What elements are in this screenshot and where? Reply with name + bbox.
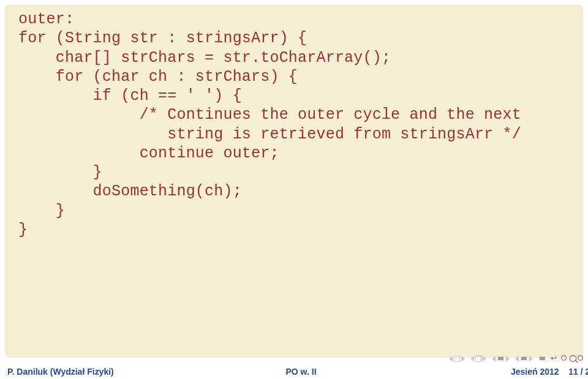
code-line: }	[18, 221, 28, 239]
code-line: string is retrieved from stringsArr */	[18, 126, 521, 143]
code-block: outer: for (String str : stringsArr) { c…	[5, 5, 583, 358]
subsection-lines-icon	[521, 357, 527, 360]
nav-frame-group[interactable]	[470, 356, 486, 362]
frame-icon	[475, 356, 481, 362]
appendix-lines-icon	[540, 357, 545, 360]
footer-date: Jesień 2012	[511, 367, 559, 377]
code-line: if (ch == ' ') {	[18, 87, 242, 105]
nav-section-group[interactable]	[492, 356, 510, 362]
prev-frame-icon[interactable]	[470, 356, 474, 362]
code-line: char[] strChars = str.toCharArray();	[18, 49, 391, 67]
prev-slide-icon[interactable]	[449, 356, 453, 362]
prev-section-icon[interactable]	[492, 356, 496, 362]
footer-title: PO w. II	[203, 367, 399, 377]
next-frame-icon[interactable]	[483, 356, 486, 362]
search-icon[interactable]	[570, 355, 576, 362]
code-line: outer:	[18, 10, 74, 28]
slide-footer: P. Daniluk (Wydział Fizyki) PO w. II Jes…	[0, 364, 588, 379]
code-line: /* Continues the outer cycle and the nex…	[18, 106, 521, 124]
footer-author: P. Daniluk (Wydział Fizyki)	[0, 367, 203, 377]
code-line: }	[18, 202, 65, 220]
code-line: for (char ch : strChars) {	[18, 68, 298, 86]
code-line: continue outer;	[18, 144, 279, 162]
slide-icon	[454, 356, 460, 362]
code-line: }	[18, 163, 102, 181]
beamer-nav-icons: ↩	[449, 354, 583, 363]
code-line: doSomething(ch);	[18, 182, 242, 200]
circle-icon[interactable]	[578, 355, 583, 361]
circle-nav-group[interactable]	[561, 355, 583, 362]
prev-subsection-icon[interactable]	[515, 356, 519, 362]
footer-right: Jesień 2012 11 / 28	[399, 367, 588, 377]
nav-subsection-group[interactable]	[515, 356, 533, 362]
footer-page: 11 / 28	[568, 367, 588, 377]
next-slide-icon[interactable]	[461, 356, 465, 362]
back-arrow-icon[interactable]: ↩	[551, 354, 557, 363]
section-lines-icon	[498, 357, 503, 360]
next-section-icon[interactable]	[506, 356, 510, 362]
next-subsection-icon[interactable]	[529, 356, 533, 362]
code-content: outer: for (String str : stringsArr) { c…	[18, 10, 570, 239]
nav-slide-group[interactable]	[449, 356, 465, 362]
circle-icon[interactable]	[561, 355, 567, 361]
code-line: for (String str : stringsArr) {	[18, 29, 307, 47]
